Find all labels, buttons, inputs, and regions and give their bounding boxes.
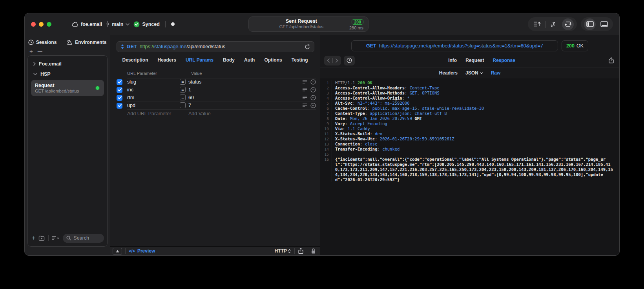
tab-url-params[interactable]: URL Params bbox=[186, 57, 213, 63]
branch-menu[interactable]: main bbox=[106, 21, 130, 27]
column-value: Value bbox=[191, 71, 202, 76]
checkbox-checked-icon[interactable] bbox=[117, 95, 122, 101]
subtab-headers[interactable]: Headers bbox=[439, 70, 458, 76]
code-segment: : bbox=[365, 111, 370, 116]
request-status-pill[interactable]: Sent Request GET /api/embed/status 200 2… bbox=[248, 16, 369, 32]
subtab-json[interactable]: JSON bbox=[465, 70, 483, 76]
code-segment: : bbox=[352, 101, 358, 105]
param-value[interactable]: 60 bbox=[188, 95, 299, 100]
request-order-button[interactable] bbox=[531, 18, 543, 30]
tab-testing[interactable]: Testing bbox=[292, 57, 308, 63]
import-link-button[interactable] bbox=[548, 18, 560, 30]
param-value[interactable]: 7 bbox=[188, 103, 299, 108]
line-content: Content-Type: application/json; charset=… bbox=[335, 111, 619, 116]
add-session-button[interactable]: + bbox=[29, 49, 33, 53]
method-stepper-icon[interactable] bbox=[121, 44, 124, 49]
collapse-panel-icon[interactable] bbox=[113, 248, 122, 254]
tab-auth[interactable]: Auth bbox=[244, 57, 255, 63]
param-value[interactable]: 1 bbox=[188, 87, 299, 93]
text-options-icon[interactable] bbox=[303, 80, 307, 84]
param-row: slug=status bbox=[117, 78, 316, 86]
send-receive-panel-button[interactable] bbox=[562, 18, 574, 30]
response-pane: GET https://statuspage.me/api/embed/stat… bbox=[320, 35, 619, 255]
tab-request[interactable]: Request bbox=[465, 58, 484, 63]
sidebar-item-request-selected[interactable]: Request GET /api/embed/status bbox=[31, 80, 104, 96]
history-clock-pill[interactable] bbox=[344, 56, 355, 65]
params-table-header: URL Parameter Value bbox=[117, 69, 316, 78]
export-share-icon[interactable] bbox=[609, 57, 614, 64]
checkbox-checked-icon[interactable] bbox=[117, 103, 122, 109]
tab-options[interactable]: Options bbox=[264, 57, 282, 63]
tab-environments[interactable]: Environments bbox=[67, 40, 106, 45]
code-segment: Access-Control-Allow-Headers bbox=[335, 85, 405, 90]
param-name[interactable]: upd bbox=[127, 103, 180, 108]
reload-icon[interactable] bbox=[305, 44, 310, 50]
tree-group-hsp[interactable]: HSP bbox=[30, 69, 105, 79]
tab-description[interactable]: Description bbox=[122, 57, 148, 63]
search-input[interactable]: Search bbox=[63, 234, 104, 243]
response-status-code: 200 bbox=[566, 43, 575, 49]
remove-row-icon[interactable] bbox=[310, 103, 316, 108]
response-line: 15 bbox=[320, 152, 619, 157]
text-options-icon[interactable] bbox=[303, 96, 307, 99]
line-content: Access-Control-Allow-Headers: Content-Ty… bbox=[335, 85, 619, 91]
protocol-label: HTTP bbox=[275, 248, 287, 254]
add-request-button[interactable]: + bbox=[32, 234, 35, 242]
line-content: Cache-Control: public, max-age=15, stale… bbox=[335, 106, 619, 111]
param-name[interactable]: slug bbox=[127, 79, 180, 85]
share-icon[interactable] bbox=[298, 248, 303, 254]
line-content: HTTP/1.1 200 OK bbox=[335, 80, 619, 85]
remove-row-icon[interactable] bbox=[310, 87, 316, 93]
protocol-select[interactable]: HTTP bbox=[275, 248, 291, 254]
checkbox-checked-icon[interactable] bbox=[117, 79, 122, 85]
app-window: foe.email main Synced bbox=[24, 13, 620, 256]
param-name[interactable]: rtm bbox=[127, 95, 180, 100]
remove-session-button[interactable]: — bbox=[38, 49, 42, 53]
line-content bbox=[335, 152, 619, 157]
response-body[interactable]: 1HTTP/1.1 200 OK2Access-Control-Allow-He… bbox=[320, 78, 619, 255]
zoom-window-button[interactable] bbox=[47, 22, 51, 27]
response-line: 11X-Status-Build: dev bbox=[320, 131, 619, 136]
new-folder-icon[interactable] bbox=[38, 235, 45, 241]
back-icon[interactable] bbox=[327, 58, 330, 63]
param-value[interactable]: status bbox=[188, 79, 299, 85]
add-value-placeholder[interactable]: Add Value bbox=[188, 111, 211, 116]
sent-request-url[interactable]: GET https://statuspage.me/api/embed/stat… bbox=[351, 40, 558, 51]
sync-status[interactable]: Synced bbox=[133, 21, 159, 27]
project-menu[interactable]: foe.email bbox=[72, 22, 102, 27]
param-row: inc=1 bbox=[117, 86, 316, 94]
code-segment: Alt-Svc bbox=[335, 101, 352, 105]
add-url-parameter-placeholder[interactable]: Add URL Parameter bbox=[127, 111, 188, 116]
sidebar-bottom-bar: + Search bbox=[28, 231, 107, 246]
session-indicator-dot[interactable] bbox=[171, 22, 175, 26]
tab-headers[interactable]: Headers bbox=[158, 57, 176, 63]
code-segment: : bbox=[405, 91, 410, 95]
toggle-bottom-panel-button[interactable] bbox=[598, 18, 610, 30]
text-options-icon[interactable] bbox=[303, 104, 307, 107]
preview-button[interactable]: </> Preview bbox=[129, 248, 155, 254]
response-tabs: Info Request Response bbox=[355, 58, 609, 63]
code-segment: : bbox=[345, 116, 350, 121]
checkbox-checked-icon[interactable] bbox=[117, 87, 122, 93]
forward-icon[interactable] bbox=[336, 58, 338, 63]
lock-icon[interactable] bbox=[311, 248, 316, 254]
text-options-icon[interactable] bbox=[303, 88, 307, 91]
sort-filter-icon[interactable] bbox=[52, 236, 60, 240]
remove-row-icon[interactable] bbox=[310, 79, 316, 85]
subtab-raw[interactable]: Raw bbox=[491, 70, 501, 76]
request-url-input[interactable]: GET https://statuspage.me/api/embed/stat… bbox=[117, 41, 314, 52]
code-segment: Cache-Control bbox=[335, 106, 367, 111]
tab-body[interactable]: Body bbox=[223, 57, 235, 63]
toggle-sidebar-button[interactable] bbox=[584, 18, 596, 30]
line-number: 14 bbox=[320, 147, 332, 152]
tab-sessions[interactable]: Sessions bbox=[28, 40, 57, 45]
remove-row-icon[interactable] bbox=[310, 95, 316, 100]
param-name[interactable]: inc bbox=[127, 87, 180, 93]
tab-response[interactable]: Response bbox=[493, 58, 515, 63]
tab-info[interactable]: Info bbox=[448, 58, 457, 63]
close-window-button[interactable] bbox=[31, 22, 36, 27]
tab-environments-label: Environments bbox=[75, 40, 106, 45]
minimize-window-button[interactable] bbox=[39, 22, 44, 27]
line-number: 10 bbox=[320, 126, 332, 131]
tree-group-foe-email[interactable]: Foe.email bbox=[30, 59, 105, 69]
